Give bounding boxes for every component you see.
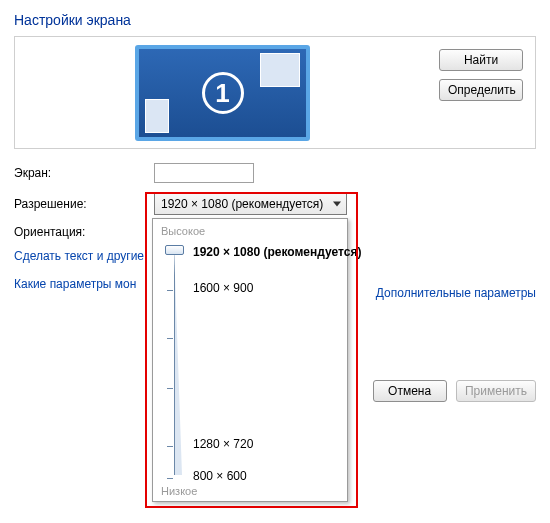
resolution-label: Разрешение: <box>14 197 154 211</box>
resolution-dropdown[interactable]: Высокое 1920 × 1080 (рекомендуется)1600 … <box>152 218 348 502</box>
text-size-link[interactable]: Сделать текст и другие <box>14 249 144 263</box>
dropdown-high-caption: Высокое <box>161 225 339 237</box>
slider-tick <box>167 338 173 339</box>
resolution-option[interactable]: 1280 × 720 <box>193 437 253 451</box>
resolution-slider[interactable] <box>163 243 187 479</box>
slider-track-icon <box>174 247 184 475</box>
monitor-preview-panel: 1 Найти Определить <box>14 36 536 149</box>
resolution-option[interactable]: 1920 × 1080 (рекомендуется) <box>193 245 361 259</box>
window-thumb-icon <box>145 99 169 133</box>
identify-button[interactable]: Определить <box>439 79 523 101</box>
screen-label: Экран: <box>14 166 154 180</box>
resolution-combo[interactable]: 1920 × 1080 (рекомендуется) <box>154 193 347 215</box>
find-button[interactable]: Найти <box>439 49 523 71</box>
slider-tick <box>167 446 173 447</box>
monitor-params-link[interactable]: Какие параметры мон <box>14 277 136 291</box>
slider-tick <box>167 478 173 479</box>
orientation-label: Ориентация: <box>14 225 154 239</box>
slider-tick <box>167 290 173 291</box>
page-title: Настройки экрана <box>14 12 536 28</box>
resolution-combo-value: 1920 × 1080 (рекомендуется) <box>161 197 323 211</box>
resolution-option[interactable]: 1600 × 900 <box>193 281 253 295</box>
slider-thumb[interactable] <box>165 245 184 255</box>
resolution-option[interactable]: 800 × 600 <box>193 469 247 483</box>
monitor-number: 1 <box>202 72 244 114</box>
advanced-settings-link[interactable]: Дополнительные параметры <box>376 286 536 300</box>
cancel-button[interactable]: Отмена <box>373 380 447 402</box>
apply-button: Применить <box>456 380 536 402</box>
dialog-footer: Отмена Применить <box>367 380 536 402</box>
monitor-thumbnail[interactable]: 1 <box>135 45 310 141</box>
dropdown-low-caption: Низкое <box>161 485 197 497</box>
slider-tick <box>167 388 173 389</box>
screen-field[interactable] <box>154 163 254 183</box>
window-thumb-icon <box>260 53 300 87</box>
chevron-down-icon <box>333 202 341 207</box>
